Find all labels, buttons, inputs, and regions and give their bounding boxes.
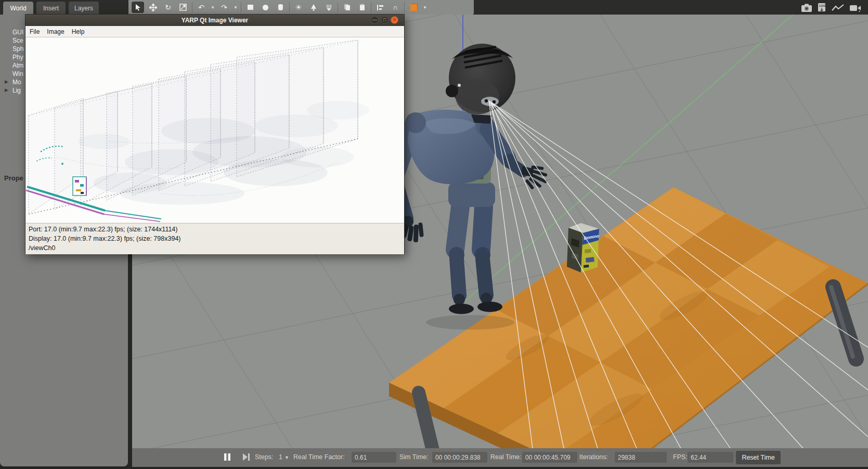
robot-shadow [426, 315, 514, 330]
property-column-header: Prope [4, 174, 23, 182]
point-light-icon[interactable]: ☀ [292, 2, 305, 13]
insert-box-icon[interactable] [244, 2, 256, 13]
tab-layers[interactable]: Layers [69, 2, 99, 15]
real-time-label: Real Time: [490, 453, 522, 461]
toolbar-separator [404, 2, 405, 12]
translate-tool-icon[interactable] [147, 2, 159, 13]
simulation-control-bar: Steps: 1 ▼ Real Time Factor: 0.61 Sim Ti… [132, 448, 868, 467]
port-name-status: /viewCh0 [29, 243, 404, 253]
yarp-image-viewer-window: YARP Qt Image Viewer — □ ✕ File Image He… [25, 14, 405, 254]
tree-item-atmosphere[interactable]: Atm [12, 62, 23, 70]
fps-label: FPS: [673, 453, 688, 461]
spot-light-icon[interactable] [307, 2, 320, 13]
steps-label: Steps: [255, 453, 273, 461]
toolbar-separator [338, 2, 338, 12]
menu-file[interactable]: File [30, 28, 40, 35]
select-tool-icon[interactable] [132, 2, 144, 13]
display-fps-status: Display: 17.0 (min:9.7 max:22.3) fps; (s… [29, 234, 404, 243]
insert-sphere-icon[interactable] [259, 2, 271, 13]
sim-time-label: Sim Time: [399, 453, 429, 461]
robot-ear [446, 85, 458, 97]
directional-light-icon[interactable] [322, 2, 335, 13]
domino-box[interactable]: Domino [567, 223, 600, 272]
steps-dropdown-icon[interactable]: ▼ [284, 455, 289, 460]
tree-item-models[interactable]: Mo [12, 79, 21, 86]
window-title: YARP Qt Image Viewer [25, 17, 404, 24]
log-record-icon[interactable]: LOG [817, 3, 827, 13]
undo-icon[interactable]: ↶ [195, 2, 208, 13]
redo-dropdown-icon[interactable]: ▾ [233, 5, 238, 10]
plot-icon[interactable] [832, 4, 845, 12]
expand-arrow-icon[interactable]: ▶ [5, 87, 10, 93]
rotate-tool-icon[interactable]: ↻ [162, 2, 174, 13]
maximize-button[interactable]: □ [381, 16, 388, 24]
scale-tool-icon[interactable] [177, 2, 189, 13]
toolbar-separator [241, 2, 241, 12]
menu-help[interactable]: Help [72, 28, 85, 35]
tab-insert[interactable]: Insert [36, 2, 66, 15]
robot-hips [448, 182, 495, 207]
redo-icon[interactable]: ↷ [218, 2, 230, 13]
tree-item-gui[interactable]: GUI [12, 29, 23, 36]
reset-time-button[interactable]: Reset Time [736, 451, 781, 464]
pause-button[interactable] [224, 453, 231, 463]
snap-magnet-icon[interactable]: ∩ [389, 2, 401, 13]
rtf-label: Real Time Factor: [293, 453, 345, 461]
sim-time-input[interactable]: 00 00:00:29.838 [432, 452, 487, 463]
toolbar-separator [192, 2, 192, 12]
view-angle-dropdown-icon[interactable]: ▾ [422, 5, 427, 10]
screenshot-camera-icon[interactable] [801, 4, 812, 12]
fps-input[interactable]: 62.44 [688, 452, 733, 463]
gazebo-toolbar: ↻ ↶ ▾ ↷ ▾ ☀ [128, 0, 474, 15]
svg-text:LOG: LOG [819, 4, 826, 7]
step-button[interactable] [242, 453, 250, 463]
tree-item-lights[interactable]: Lig [12, 87, 21, 95]
yarp-title-bar[interactable]: YARP Qt Image Viewer [25, 15, 404, 26]
robot-foot-right [477, 302, 502, 312]
robot-right-forearm [511, 163, 523, 172]
yarp-image-canvas [26, 37, 404, 223]
video-record-icon[interactable] [849, 4, 862, 12]
yarp-status-bar: Port: 17.0 (min:9.7 max:22.3) fps; (size… [25, 223, 404, 254]
tab-world[interactable]: World [3, 2, 33, 15]
insert-cylinder-icon[interactable] [274, 2, 287, 13]
undo-dropdown-icon[interactable]: ▾ [210, 5, 215, 10]
top-bar: World Insert Layers ↻ ↶ ▾ ↷ ▾ ☀ [0, 0, 868, 15]
port-fps-status: Port: 17.0 (min:9.7 max:22.3) fps; (size… [29, 225, 404, 234]
minimize-button[interactable]: — [371, 16, 379, 24]
tree-item-scene[interactable]: Sce [12, 37, 23, 45]
align-icon[interactable] [374, 2, 386, 13]
steps-value[interactable]: 1 [279, 453, 282, 461]
toolbar-separator [289, 2, 290, 12]
iterations-input[interactable]: 29838 [615, 452, 667, 463]
expand-arrow-icon[interactable]: ▶ [5, 79, 10, 84]
detected-box [73, 177, 86, 196]
top-right-icons: LOG [801, 2, 867, 14]
yarp-menu-bar: File Image Help [25, 26, 404, 37]
tree-item-spherical[interactable]: Sph [12, 45, 23, 53]
real-time-input[interactable]: 00 00:00:45.709 [522, 452, 577, 463]
close-button[interactable]: ✕ [391, 16, 398, 24]
toolbar-separator [371, 2, 371, 12]
view-angle-icon[interactable] [407, 2, 420, 13]
robot-foot-left [449, 304, 474, 314]
menu-image[interactable]: Image [47, 28, 64, 35]
copy-icon[interactable] [341, 2, 353, 13]
paste-icon[interactable] [356, 2, 368, 13]
rtf-input[interactable]: 0.61 [352, 452, 396, 463]
tree-item-physics[interactable]: Phy [12, 54, 23, 61]
iterations-label: Iterations: [579, 453, 608, 461]
tree-item-wind[interactable]: Win [12, 70, 23, 78]
